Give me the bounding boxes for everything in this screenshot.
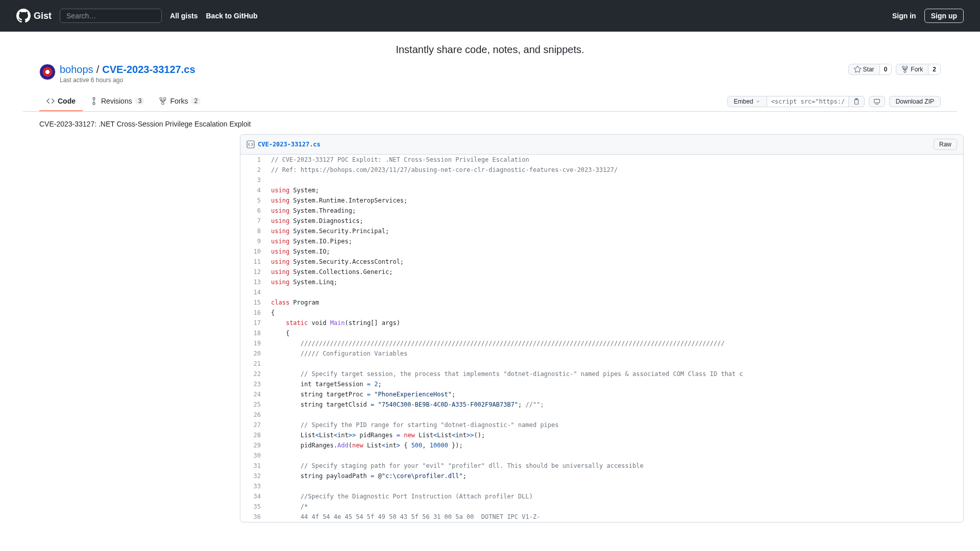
clipboard-icon <box>853 98 860 105</box>
file-name-link[interactable]: CVE-2023-33127.cs <box>258 141 321 148</box>
back-to-github-link[interactable]: Back to GitHub <box>206 12 257 20</box>
code-line: 36 44 4f 54 4e 45 54 5f 49 50 43 5f 56 3… <box>240 512 963 522</box>
gist-logo[interactable]: Gist <box>16 9 52 23</box>
line-number[interactable]: 9 <box>240 236 266 246</box>
tab-revisions[interactable]: Revisions 3 <box>83 92 152 111</box>
line-content: { <box>266 328 963 338</box>
code-line: 25 string targetClsid = "7540C300-BE9B-4… <box>240 399 963 410</box>
fork-button[interactable]: Fork 2 <box>896 64 941 75</box>
chevron-down-icon <box>755 99 761 104</box>
search-input[interactable] <box>60 9 162 23</box>
line-number[interactable]: 13 <box>240 277 266 287</box>
code-line: 14 <box>240 287 963 297</box>
sign-in-link[interactable]: Sign in <box>892 12 916 20</box>
line-number[interactable]: 1 <box>240 155 266 165</box>
line-number[interactable]: 24 <box>240 389 266 399</box>
line-content: using System; <box>266 185 963 195</box>
gist-description: CVE-2023-33127: .NET Cross-Session Privi… <box>23 120 957 134</box>
star-button[interactable]: Star 0 <box>848 64 892 75</box>
line-content: using System.Runtime.InteropServices; <box>266 195 963 206</box>
line-number[interactable]: 28 <box>240 430 266 440</box>
line-number[interactable]: 29 <box>240 440 266 450</box>
line-content: List<List<int>> pidRanges = new List<Lis… <box>266 430 963 440</box>
star-icon <box>854 66 861 73</box>
code-line: 8using System.Security.Principal; <box>240 226 963 236</box>
line-number[interactable]: 35 <box>240 502 266 512</box>
all-gists-link[interactable]: All gists <box>170 12 198 20</box>
svg-rect-7 <box>247 141 254 148</box>
embed-dropdown[interactable]: Embed <box>727 96 767 107</box>
line-number[interactable]: 20 <box>240 348 266 359</box>
svg-point-0 <box>93 97 95 99</box>
line-number[interactable]: 2 <box>240 165 266 175</box>
code-line: 18 { <box>240 328 963 338</box>
line-content: // Specify the PID range for starting "d… <box>266 420 963 430</box>
revisions-icon <box>90 97 98 105</box>
line-content: int targetSession = 2; <box>266 379 963 389</box>
line-number[interactable]: 7 <box>240 216 266 226</box>
sign-up-button[interactable]: Sign up <box>924 9 964 23</box>
code-line: 5using System.Runtime.InteropServices; <box>240 195 963 206</box>
line-number[interactable]: 4 <box>240 185 266 195</box>
line-number[interactable]: 21 <box>240 359 266 369</box>
line-content: ///// Configuration Variables <box>266 348 963 359</box>
line-number[interactable]: 15 <box>240 297 266 308</box>
line-content <box>266 287 963 297</box>
copy-button[interactable] <box>849 96 865 107</box>
line-content: ////////////////////////////////////////… <box>266 338 963 348</box>
author-link[interactable]: bohops <box>60 64 93 76</box>
line-number[interactable]: 5 <box>240 195 266 206</box>
line-number[interactable]: 19 <box>240 338 266 348</box>
line-number[interactable]: 36 <box>240 512 266 522</box>
line-number[interactable]: 23 <box>240 379 266 389</box>
line-content: using System.Security.AccessControl; <box>266 257 963 267</box>
line-number[interactable]: 17 <box>240 318 266 328</box>
line-number[interactable]: 30 <box>240 450 266 461</box>
tab-forks[interactable]: Forks 2 <box>152 92 208 111</box>
line-number[interactable]: 12 <box>240 267 266 277</box>
line-number[interactable]: 10 <box>240 246 266 257</box>
line-number[interactable]: 31 <box>240 461 266 471</box>
forks-count: 2 <box>191 97 201 105</box>
line-content: // Specify target session, the process t… <box>266 369 963 379</box>
gist-filename-link[interactable]: CVE-2023-33127.cs <box>102 64 195 76</box>
tab-code[interactable]: Code <box>39 92 83 111</box>
avatar[interactable] <box>39 64 56 80</box>
line-number[interactable]: 32 <box>240 471 266 481</box>
line-content: using System.Security.Principal; <box>266 226 963 236</box>
fork-icon <box>159 97 167 105</box>
line-content: using System.IO; <box>266 246 963 257</box>
line-number[interactable]: 33 <box>240 481 266 491</box>
code-line: 12using System.Collections.Generic; <box>240 267 963 277</box>
line-number[interactable]: 18 <box>240 328 266 338</box>
logo-text: Gist <box>34 11 52 21</box>
line-number[interactable]: 27 <box>240 420 266 430</box>
code-line: 29 pidRanges.Add(new List<int> { 500, 10… <box>240 440 963 450</box>
line-number[interactable]: 14 <box>240 287 266 297</box>
last-active: Last active 6 hours ago <box>60 77 195 84</box>
line-number[interactable]: 8 <box>240 226 266 236</box>
line-number[interactable]: 16 <box>240 308 266 318</box>
line-content: /* <box>266 502 963 512</box>
code-line: 15class Program <box>240 297 963 308</box>
code-line: 2// Ref: https://bohops.com/2023/11/27/a… <box>240 165 963 175</box>
line-number[interactable]: 25 <box>240 399 266 410</box>
desktop-button[interactable] <box>869 96 885 107</box>
line-number[interactable]: 34 <box>240 491 266 502</box>
code-line: 6using System.Threading; <box>240 206 963 216</box>
svg-point-1 <box>93 103 95 105</box>
raw-button[interactable]: Raw <box>934 139 957 150</box>
download-zip-button[interactable]: Download ZIP <box>889 96 941 107</box>
line-number[interactable]: 26 <box>240 410 266 420</box>
line-content <box>266 481 963 491</box>
line-number[interactable]: 11 <box>240 257 266 267</box>
line-number[interactable]: 3 <box>240 175 266 185</box>
line-content: pidRanges.Add(new List<int> { 500, 10000… <box>266 440 963 450</box>
code-square-icon <box>247 140 255 148</box>
line-number[interactable]: 22 <box>240 369 266 379</box>
code-line: 17 static void Main(string[] args) <box>240 318 963 328</box>
line-number[interactable]: 6 <box>240 206 266 216</box>
code-line: 16{ <box>240 308 963 318</box>
embed-url-input[interactable] <box>767 96 849 107</box>
line-content: using System.Diagnostics; <box>266 216 963 226</box>
